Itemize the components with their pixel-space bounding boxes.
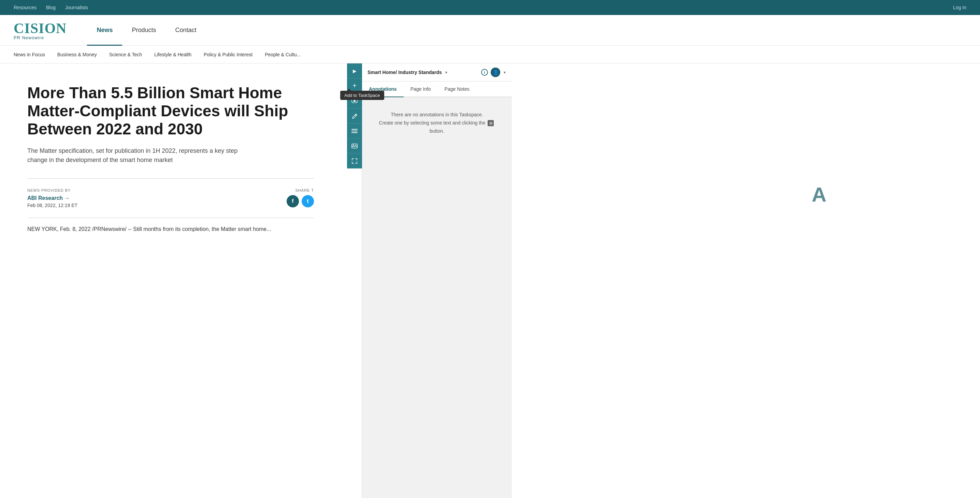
share-section: SHARE T f t xyxy=(286,188,314,208)
article-body-preview: NEW YORK, Feb. 8, 2022 /PRNewswire/ -- S… xyxy=(27,217,314,234)
svg-rect-3 xyxy=(352,131,358,131)
nav-contact[interactable]: Contact xyxy=(165,15,206,46)
ext-header-title: Smart Home/ Industry Standards ▼ xyxy=(368,70,448,75)
nav-news-in-focus[interactable]: News in Focus xyxy=(14,46,51,63)
meta-source-link[interactable]: ABI Research → xyxy=(27,195,70,201)
page-layout: More Than 5.5 Billion Smart Home Matter-… xyxy=(0,63,980,498)
logo-area: CISION PR Newswire xyxy=(14,20,67,40)
collapse-toolbar-btn[interactable]: ▶ xyxy=(347,63,362,78)
ext-title-text: Smart Home/ Industry Standards xyxy=(368,70,442,75)
journalists-link[interactable]: Journalists xyxy=(65,5,88,10)
svg-rect-4 xyxy=(352,132,358,133)
svg-point-1 xyxy=(353,100,356,102)
add-to-taskspace-tooltip: Add to TaskSpace xyxy=(340,91,384,100)
image-btn[interactable] xyxy=(347,138,362,154)
nav-news[interactable]: News xyxy=(87,15,122,46)
edit-btn[interactable] xyxy=(347,108,362,124)
ext-content: There are no annotations in this Taskspa… xyxy=(362,97,512,149)
resources-link[interactable]: Resources xyxy=(14,5,37,10)
main-nav: News Products Contact xyxy=(87,15,206,46)
logo-text: CISION xyxy=(14,20,67,36)
nav-science-tech[interactable]: Science & Tech xyxy=(103,46,148,63)
main-header: CISION PR Newswire News Products Contact xyxy=(0,15,980,46)
ext-header: Smart Home/ Industry Standards ▼ i 👤 ▼ xyxy=(362,63,512,81)
top-bar-right: Log In xyxy=(953,5,966,10)
blog-link[interactable]: Blog xyxy=(46,5,56,10)
ext-user-dropdown[interactable]: ▼ xyxy=(503,71,506,75)
logo-sub: PR Newswire xyxy=(14,35,67,40)
tab-page-notes[interactable]: Page Notes xyxy=(438,81,476,97)
top-bar: Resources Blog Journalists Log In xyxy=(0,0,980,15)
right-panel: ▶ + Add to TaskSpace Sma xyxy=(362,63,512,498)
article-title: More Than 5.5 Billion Smart Home Matter-… xyxy=(27,84,293,138)
ext-tabs: Annotations Page Info Page Notes xyxy=(362,81,512,97)
ext-user-btn[interactable]: 👤 xyxy=(491,68,500,77)
expand-btn[interactable] xyxy=(347,154,362,168)
twitter-share-btn[interactable]: t xyxy=(302,195,314,208)
floating-a-icon: A xyxy=(812,183,826,206)
article-meta: NEWS PROVIDED BY ABI Research → Feb 08, … xyxy=(27,179,314,217)
article-subtitle: The Matter specification, set for public… xyxy=(27,146,253,165)
nav-lifestyle-health[interactable]: Lifestyle & Health xyxy=(148,46,197,63)
top-bar-links: Resources Blog Journalists xyxy=(14,5,88,10)
main-content: More Than 5.5 Billion Smart Home Matter-… xyxy=(0,63,362,498)
secondary-nav: News in Focus Business & Money Science &… xyxy=(0,46,980,63)
meta-left: NEWS PROVIDED BY ABI Research → Feb 08, … xyxy=(27,188,78,208)
ext-toolbar: ▶ + Add to TaskSpace xyxy=(347,63,362,168)
nav-people-culture[interactable]: People & Cultu... xyxy=(259,46,307,63)
nav-products[interactable]: Products xyxy=(122,15,165,46)
meta-label: NEWS PROVIDED BY xyxy=(27,188,78,192)
login-link[interactable]: Log In xyxy=(953,5,966,10)
share-buttons: f t xyxy=(286,195,314,208)
ext-dropdown-arrow[interactable]: ▼ xyxy=(445,71,448,75)
facebook-share-btn[interactable]: f xyxy=(286,195,299,208)
nav-business-money[interactable]: Business & Money xyxy=(51,46,103,63)
list-btn[interactable] xyxy=(347,124,362,138)
add-annotation-btn[interactable]: + Add to TaskSpace xyxy=(347,78,362,94)
nav-policy[interactable]: Policy & Public Interest xyxy=(197,46,259,63)
tab-page-info[interactable]: Page Info xyxy=(404,81,438,97)
share-label: SHARE T xyxy=(296,188,314,192)
ext-empty-msg: There are no annotations in this Taskspa… xyxy=(372,111,501,135)
svg-point-6 xyxy=(353,144,354,146)
meta-date: Feb 08, 2022, 12:19 ET xyxy=(27,203,78,208)
ext-header-controls: i 👤 ▼ xyxy=(481,68,506,77)
ext-info-btn[interactable]: i xyxy=(481,69,488,76)
svg-rect-2 xyxy=(352,129,358,130)
